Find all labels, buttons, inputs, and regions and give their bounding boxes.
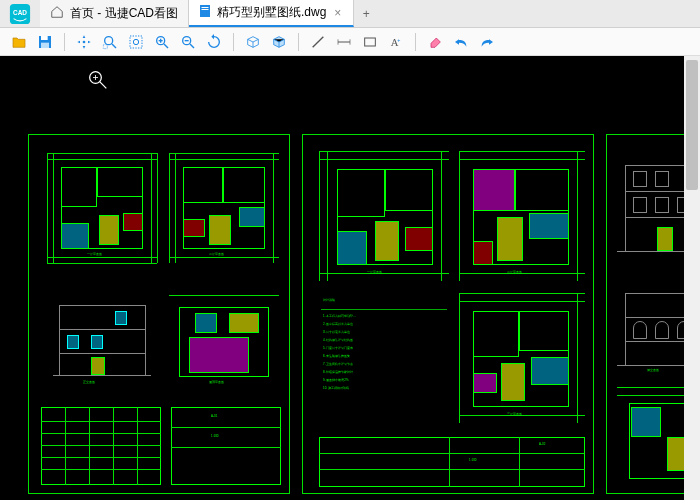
home-icon: [50, 5, 64, 22]
titlebar: CAD 首页 - 迅捷CAD看图 精巧型别墅图纸.dwg × +: [0, 0, 700, 28]
svg-line-21: [313, 36, 324, 47]
pan-button[interactable]: [73, 31, 95, 53]
drawing-sheet: 一层平面图 二层平面图 设计说明 1. 本工程为精巧型别墅... 2. 图中标高…: [302, 134, 594, 494]
magnify-cursor-icon: [88, 70, 108, 93]
app-logo: CAD: [0, 0, 40, 27]
svg-point-13: [133, 39, 138, 44]
separator: [298, 33, 299, 51]
dimension-button[interactable]: [333, 31, 355, 53]
tab-add-button[interactable]: +: [354, 0, 378, 27]
svg-text:CAD: CAD: [13, 8, 27, 15]
vertical-scrollbar[interactable]: [684, 56, 700, 500]
undo-button[interactable]: [450, 31, 472, 53]
tab-close-button[interactable]: ×: [332, 6, 343, 20]
tab-file[interactable]: 精巧型别墅图纸.dwg ×: [189, 0, 354, 27]
iso-view-button[interactable]: [268, 31, 290, 53]
svg-rect-6: [41, 36, 48, 40]
regen-button[interactable]: [203, 31, 225, 53]
text-button[interactable]: A+: [385, 31, 407, 53]
toolbar: A+: [0, 28, 700, 56]
svg-rect-7: [41, 42, 49, 47]
svg-line-29: [100, 82, 107, 89]
svg-line-19: [190, 44, 194, 48]
tab-home-label: 首页 - 迅捷CAD看图: [70, 5, 178, 22]
tab-home[interactable]: 首页 - 迅捷CAD看图: [40, 0, 189, 27]
svg-point-8: [83, 40, 86, 43]
drawing-canvas[interactable]: 一层平面图 二层平面图: [0, 56, 700, 500]
view3d-button[interactable]: [242, 31, 264, 53]
rect-button[interactable]: [359, 31, 381, 53]
separator: [415, 33, 416, 51]
dwg-icon: [199, 4, 211, 21]
line-button[interactable]: [307, 31, 329, 53]
svg-rect-12: [130, 36, 142, 48]
scrollbar-thumb[interactable]: [686, 60, 698, 190]
svg-rect-3: [202, 7, 209, 8]
zoom-window-button[interactable]: [99, 31, 121, 53]
svg-text:+: +: [397, 37, 400, 43]
svg-line-15: [164, 44, 168, 48]
svg-rect-25: [365, 38, 376, 46]
tab-file-label: 精巧型别墅图纸.dwg: [217, 4, 326, 21]
svg-line-10: [112, 44, 116, 48]
svg-rect-4: [202, 9, 209, 10]
zoom-out-button[interactable]: [177, 31, 199, 53]
save-button[interactable]: [34, 31, 56, 53]
erase-button[interactable]: [424, 31, 446, 53]
svg-point-9: [105, 36, 113, 44]
zoom-in-button[interactable]: [151, 31, 173, 53]
separator: [233, 33, 234, 51]
svg-rect-2: [200, 5, 210, 17]
separator: [64, 33, 65, 51]
open-button[interactable]: [8, 31, 30, 53]
drawing-sheet: 一层平面图 二层平面图: [28, 134, 290, 494]
redo-button[interactable]: [476, 31, 498, 53]
zoom-extents-button[interactable]: [125, 31, 147, 53]
svg-rect-11: [103, 44, 107, 48]
